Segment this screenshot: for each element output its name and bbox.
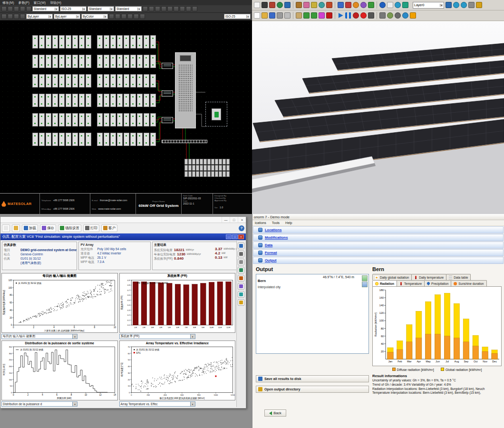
wizard-step-modifications[interactable]: Modifications bbox=[253, 234, 504, 241]
toolbar-icon[interactable] bbox=[167, 6, 173, 11]
offset-icon[interactable] bbox=[360, 2, 367, 8]
record-icon[interactable] bbox=[360, 12, 367, 19]
wizard-step-locations[interactable]: Locations bbox=[253, 226, 504, 233]
print-icon[interactable] bbox=[468, 2, 475, 8]
mdi-minimize-button[interactable]: — bbox=[226, 234, 232, 239]
zoom-out-icon[interactable] bbox=[461, 2, 467, 8]
speaker-icon[interactable] bbox=[446, 2, 452, 8]
protractor-icon[interactable] bbox=[319, 2, 325, 8]
toolbar-icon[interactable] bbox=[20, 14, 25, 19]
warning-icon[interactable] bbox=[410, 12, 416, 19]
toolbar-icon[interactable] bbox=[20, 6, 25, 11]
open-button[interactable] bbox=[12, 224, 20, 232]
menu-item[interactable]: 参数(P) bbox=[19, 0, 29, 5]
toolbar-button-4[interactable]: 打印 bbox=[83, 224, 99, 232]
toolbar-icon[interactable] bbox=[155, 6, 160, 11]
walk-icon[interactable] bbox=[379, 12, 386, 19]
polygon-icon[interactable] bbox=[296, 2, 302, 8]
info-icon[interactable] bbox=[402, 12, 408, 19]
undo-icon[interactable] bbox=[303, 12, 310, 19]
back-button[interactable]: Back bbox=[264, 409, 286, 417]
mdi-close-button[interactable]: × bbox=[238, 234, 244, 239]
toolbar-icon[interactable] bbox=[115, 14, 120, 19]
save-icon[interactable] bbox=[269, 12, 275, 19]
toolbar-button-5[interactable]: 客户 bbox=[101, 224, 117, 232]
zoom-icon[interactable] bbox=[395, 2, 401, 8]
toolbar-icon[interactable] bbox=[109, 14, 114, 19]
open-icon[interactable] bbox=[262, 12, 268, 19]
wizard-step-data[interactable]: Data bbox=[253, 242, 504, 249]
menu-item[interactable]: Help bbox=[285, 221, 292, 224]
tab-sunshine-duration[interactable]: Sunshine duration bbox=[451, 280, 486, 286]
toolbar-icon[interactable] bbox=[174, 6, 179, 11]
rect-icon[interactable] bbox=[269, 2, 275, 8]
orbit-icon[interactable] bbox=[379, 2, 386, 8]
property-dropdown[interactable]: ByLayer▾ bbox=[54, 14, 80, 19]
style-dropdown[interactable]: Standard▾ bbox=[87, 6, 114, 11]
report-button[interactable] bbox=[238, 283, 244, 290]
toolbar-icon[interactable] bbox=[192, 6, 197, 11]
style-dropdown[interactable]: Standard▾ bbox=[115, 6, 142, 11]
tab-temperature[interactable]: Temperature bbox=[397, 280, 425, 286]
chart-selector-3[interactable]: Distribution de la puissance d▾ bbox=[1, 401, 78, 407]
toolbar-icon[interactable] bbox=[1, 14, 7, 19]
new-icon[interactable] bbox=[254, 12, 260, 19]
property-dropdown[interactable]: ByLayer▾ bbox=[26, 14, 53, 19]
redo-icon[interactable] bbox=[311, 12, 317, 19]
toolbar-icon[interactable] bbox=[149, 6, 154, 11]
camera-icon[interactable] bbox=[368, 12, 374, 19]
settings-icon[interactable] bbox=[395, 12, 401, 19]
graph-button[interactable] bbox=[238, 275, 244, 282]
tab-data-table[interactable]: Data table bbox=[446, 274, 471, 280]
axes-icon[interactable] bbox=[326, 12, 332, 19]
paint-bucket-icon[interactable] bbox=[326, 2, 332, 8]
dimstyle-dropdown[interactable]: ISO-25▾ bbox=[224, 14, 251, 19]
tab-daily-temperature[interactable]: Daily temperature bbox=[411, 274, 446, 280]
toolbar-button-3[interactable]: 场段设置 bbox=[58, 224, 81, 232]
close-button[interactable]: × bbox=[238, 217, 246, 223]
style-dropdown[interactable]: Standard▾ bbox=[32, 6, 59, 11]
play-icon[interactable] bbox=[338, 12, 344, 19]
menu-item[interactable]: 窗口(W) bbox=[34, 0, 46, 5]
menu-item[interactable]: ications bbox=[255, 221, 266, 224]
tab-radiation[interactable]: Radiation bbox=[372, 280, 397, 286]
toolbar-icon[interactable] bbox=[8, 6, 13, 11]
erase-icon[interactable] bbox=[319, 12, 325, 19]
model-info-icon[interactable] bbox=[476, 2, 482, 8]
layer-dropdown[interactable]: Layer0▾ bbox=[413, 2, 444, 9]
cut-icon[interactable] bbox=[277, 12, 283, 19]
menu-item[interactable]: 帮助(H) bbox=[50, 0, 61, 5]
select-icon[interactable] bbox=[254, 2, 260, 8]
rotate-icon[interactable] bbox=[353, 2, 359, 8]
toolbar-icon[interactable] bbox=[180, 6, 185, 11]
wizard-step-output[interactable]: Output bbox=[253, 257, 504, 264]
chart-selector-2[interactable]: 系统效率 (PR)▾ bbox=[119, 334, 195, 339]
toolbar-icon[interactable] bbox=[8, 14, 13, 19]
toolbar-icon[interactable] bbox=[140, 14, 145, 19]
copy-button[interactable] bbox=[238, 259, 244, 265]
toolbar-icon[interactable] bbox=[186, 6, 191, 11]
refresh-location-button[interactable] bbox=[362, 282, 368, 287]
toolbar-icon[interactable] bbox=[121, 14, 126, 19]
help-button[interactable] bbox=[238, 299, 244, 306]
print-button[interactable] bbox=[238, 251, 244, 257]
eraser-icon[interactable] bbox=[303, 2, 310, 8]
push-pull-icon[interactable] bbox=[338, 2, 344, 8]
stop-icon[interactable] bbox=[353, 12, 359, 19]
copy-icon[interactable] bbox=[284, 12, 291, 19]
new-button[interactable] bbox=[2, 224, 10, 232]
tab-precipitation[interactable]: Precipitation bbox=[424, 280, 451, 286]
chart-selector-1[interactable]: 每日的 输入/输出 能量图▾ bbox=[1, 334, 78, 339]
toolbar-icon[interactable] bbox=[127, 14, 133, 19]
menu-item[interactable]: Tools bbox=[272, 221, 280, 224]
zoom-in-icon[interactable] bbox=[453, 2, 459, 8]
minimize-button[interactable]: — bbox=[222, 217, 230, 223]
open-output-directory-button[interactable]: Open output directory bbox=[256, 386, 369, 393]
tape-measure-icon[interactable] bbox=[311, 2, 317, 8]
save-results-button[interactable]: Save all results to disk bbox=[256, 375, 369, 382]
sketchup-3d-viewport[interactable] bbox=[252, 21, 504, 214]
export-location-button[interactable] bbox=[362, 275, 368, 281]
scale-icon[interactable] bbox=[368, 2, 374, 8]
move-icon[interactable] bbox=[345, 2, 351, 8]
table-button[interactable] bbox=[238, 267, 244, 273]
